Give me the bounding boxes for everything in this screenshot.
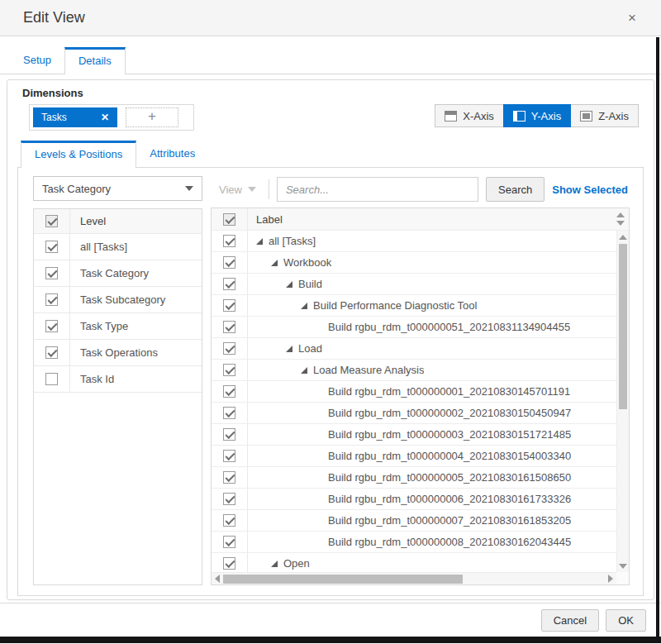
row-checkbox[interactable] <box>45 267 58 279</box>
label-table-row[interactable]: Build rgbu_rdm_t000000051_20210831134904… <box>212 317 616 338</box>
tree-cell: Open <box>248 557 310 570</box>
tab-levels-positions[interactable]: Levels & Positions <box>21 141 136 168</box>
cancel-button[interactable]: Cancel <box>541 609 599 632</box>
tree-cell: Build rgbu_rdm_t000000007_20210830161853… <box>248 514 571 527</box>
tree-row-label: Build <box>298 278 322 290</box>
row-checkbox-cell <box>34 234 70 260</box>
row-checkbox[interactable] <box>223 235 235 247</box>
label-table-row[interactable]: Build <box>212 274 616 295</box>
label-table-row[interactable]: Build Performance Diagnostic Tool <box>212 295 616 317</box>
label-table-row[interactable]: Build rgbu_rdm_t000000007_20210830161853… <box>212 510 616 532</box>
tree-cell: Build rgbu_rdm_t000000006_20210830161733… <box>248 493 571 505</box>
scroll-up-icon[interactable] <box>619 235 627 240</box>
row-checkbox[interactable] <box>223 407 235 419</box>
row-checkbox[interactable] <box>223 536 235 548</box>
level-row-label: Task Type <box>70 320 128 332</box>
scroll-down-icon[interactable] <box>619 564 627 569</box>
scroll-up-icon[interactable] <box>616 212 625 217</box>
scroll-left-icon[interactable] <box>215 575 220 583</box>
label-table-row[interactable]: Workbook <box>212 252 616 274</box>
search-input[interactable] <box>277 177 478 202</box>
chip-remove-icon[interactable]: ✕ <box>101 112 109 123</box>
label-table-row[interactable]: Load <box>212 338 616 360</box>
row-checkbox[interactable] <box>223 256 235 269</box>
select-all-positions-checkbox[interactable] <box>223 213 235 226</box>
row-checkbox[interactable] <box>223 493 235 505</box>
expand-collapse-icon[interactable] <box>286 281 292 288</box>
chevron-down-icon <box>248 187 256 192</box>
level-table-row[interactable]: Task Operations <box>34 340 202 366</box>
tree-cell: Workbook <box>248 256 331 269</box>
tree-cell: Build Performance Diagnostic Tool <box>248 299 477 312</box>
y-axis-label: Y-Axis <box>531 110 561 122</box>
horizontal-scroll-thumb[interactable] <box>223 575 463 584</box>
search-button[interactable]: Search <box>486 177 544 202</box>
row-checkbox[interactable] <box>45 293 58 306</box>
window-bottom-edge <box>0 637 661 643</box>
level-table-row[interactable]: all [Tasks] <box>34 234 202 260</box>
row-checkbox[interactable] <box>223 450 235 462</box>
row-checkbox[interactable] <box>45 241 58 253</box>
z-axis-button[interactable]: Z-Axis <box>570 104 639 127</box>
label-table-row[interactable]: Load Measure Analysis <box>212 360 616 381</box>
label-table-row[interactable]: Build rgbu_rdm_t000000001_20210830145701… <box>212 381 616 403</box>
row-checkbox-cell <box>34 287 70 312</box>
row-checkbox[interactable] <box>223 385 235 398</box>
tree-cell: Build rgbu_rdm_t000000008_20210830162043… <box>248 536 571 548</box>
level-select-dropdown[interactable]: Task Category <box>33 176 202 201</box>
row-checkbox[interactable] <box>223 514 235 527</box>
expand-collapse-icon[interactable] <box>301 367 307 374</box>
expand-collapse-icon[interactable] <box>286 346 292 352</box>
level-table-row[interactable]: Task Type <box>34 313 202 340</box>
label-table-row[interactable]: all [Tasks] <box>212 231 616 252</box>
level-table-row[interactable]: Task Id <box>34 366 202 393</box>
tree-cell: Build rgbu_rdm_t000000002_20210830150450… <box>248 407 571 419</box>
tab-details[interactable]: Details <box>64 47 126 74</box>
label-table-row[interactable]: Build rgbu_rdm_t000000008_20210830162043… <box>212 532 616 553</box>
tab-attributes[interactable]: Attributes <box>136 141 208 167</box>
expand-collapse-icon[interactable] <box>301 303 307 309</box>
tab-setup[interactable]: Setup <box>10 47 64 74</box>
label-table-row[interactable]: Build rgbu_rdm_t000000002_20210830150450… <box>212 403 616 424</box>
level-table-row[interactable]: Task Category <box>34 260 202 287</box>
row-checkbox[interactable] <box>223 342 235 355</box>
row-checkbox[interactable] <box>223 278 235 290</box>
positions-column: View Search Show Selected Label <box>211 176 630 585</box>
y-axis-button[interactable]: Y-Axis <box>503 104 571 127</box>
label-table-row[interactable]: Build rgbu_rdm_t000000006_20210830161733… <box>212 489 616 510</box>
row-checkbox-cell <box>34 313 70 339</box>
select-all-levels-checkbox[interactable] <box>45 215 58 227</box>
level-table-row[interactable]: Task Subcategory <box>34 287 202 313</box>
dimension-chip-tasks[interactable]: Tasks ✕ <box>33 107 117 127</box>
x-axis-button[interactable]: X-Axis <box>435 104 504 127</box>
ok-button[interactable]: OK <box>606 609 646 632</box>
row-checkbox[interactable] <box>45 373 58 385</box>
show-selected-link[interactable]: Show Selected <box>552 184 630 196</box>
view-dropdown-disabled[interactable]: View <box>211 184 261 196</box>
row-checkbox[interactable] <box>45 320 58 332</box>
row-checkbox[interactable] <box>45 346 58 359</box>
row-checkbox[interactable] <box>223 471 235 484</box>
row-checkbox[interactable] <box>223 557 235 570</box>
label-table-row[interactable]: Build rgbu_rdm_t000000005_20210830161508… <box>212 467 616 489</box>
row-checkbox[interactable] <box>223 299 235 312</box>
vertical-scroll-thumb[interactable] <box>619 244 627 409</box>
row-checkbox[interactable] <box>223 364 235 376</box>
expand-collapse-icon[interactable] <box>256 238 263 245</box>
label-table-row[interactable]: Build rgbu_rdm_t000000004_20210830154003… <box>212 446 616 467</box>
add-dimension-button[interactable]: + <box>126 107 178 127</box>
row-checkbox[interactable] <box>223 428 235 441</box>
row-checkbox[interactable] <box>223 321 235 333</box>
expand-collapse-icon[interactable] <box>271 260 278 266</box>
expand-collapse-icon[interactable] <box>271 561 278 567</box>
vertical-scrollbar[interactable] <box>616 231 629 572</box>
horizontal-scrollbar[interactable] <box>212 572 616 584</box>
scroll-right-icon[interactable] <box>608 575 613 583</box>
tree-row-label: Load Measure Analysis <box>313 364 424 376</box>
row-checkbox-cell <box>212 231 248 251</box>
levels-table: Level all [Tasks] Task Category Task Sub… <box>33 208 202 585</box>
scroll-down-icon[interactable] <box>616 221 625 226</box>
label-table-row[interactable]: Build rgbu_rdm_t000000003_20210830151721… <box>212 424 616 446</box>
tree-row-label: Build rgbu_rdm_t000000004_20210830154003… <box>328 450 571 462</box>
close-icon[interactable]: × <box>628 10 636 26</box>
